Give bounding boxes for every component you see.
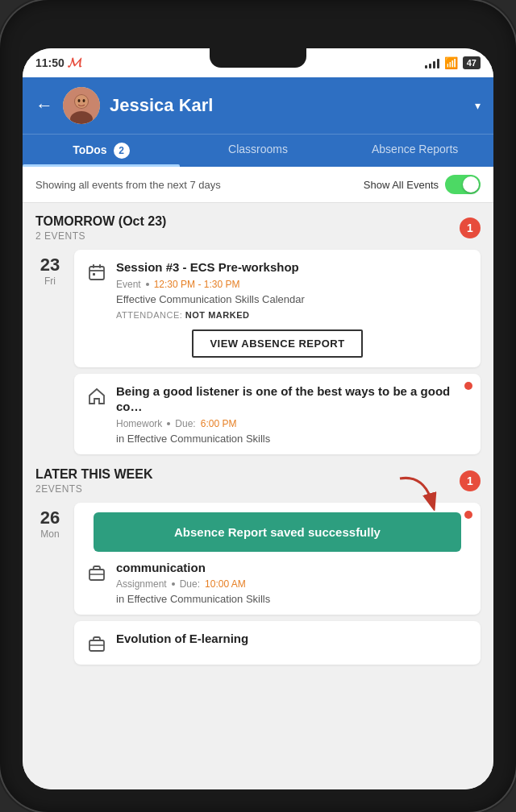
session-card-content: Session #3 - ECS Pre-workshop Event 12:3…: [116, 259, 469, 320]
elearning-content: Evolution of E-learning: [116, 631, 469, 647]
session-meta: Event 12:30 PM - 1:30 PM: [116, 279, 469, 290]
communication-red-dot: [464, 511, 472, 519]
homework-card: Being a good listener is one of the best…: [74, 374, 481, 454]
homework-title: Being a good listener is one of the best…: [116, 383, 469, 415]
todos-badge: 2: [114, 143, 130, 159]
attendance-row: ATTENDANCE: NOT MARKED: [116, 310, 469, 320]
arrow-indicator: [392, 470, 440, 511]
wifi-icon: 📶: [444, 56, 458, 69]
communication-meta: Assignment Due: 10:00 AM: [116, 578, 469, 590]
event-group-mon26: 26 Mon: [29, 499, 487, 669]
session-type: Event: [116, 279, 141, 290]
tomorrow-title: TOMORROW (Oct 23): [35, 214, 166, 229]
tab-todos[interactable]: ToDos 2: [23, 135, 180, 167]
homework-due: 6:00 PM: [201, 418, 237, 429]
homework-meta-dot: [167, 422, 170, 425]
communication-card: Absence Report saved successfully: [74, 503, 481, 615]
avatar: [63, 87, 100, 124]
date-col-26: 26 Mon: [29, 503, 71, 665]
svg-rect-9: [99, 264, 101, 268]
svg-rect-8: [93, 264, 94, 268]
homework-calendar: in Effective Communication Skills: [116, 433, 469, 445]
show-all-label: Show All Events: [364, 179, 439, 191]
date-day-fri: Fri: [44, 276, 56, 287]
communication-title: communication: [116, 560, 469, 576]
toggle-knob: [463, 176, 479, 193]
later-badge: 1: [460, 470, 481, 491]
date-number-26: 26: [40, 509, 60, 527]
svg-point-5: [83, 99, 85, 102]
communication-card-content: communication Assignment Due: 10:00 AM i…: [116, 560, 469, 606]
session-calendar: Effective Communication Skills Calendar: [116, 293, 469, 305]
phone-notch: [210, 48, 306, 68]
homework-card-content: Being a good listener is one of the best…: [116, 383, 469, 445]
show-all-row: Show All Events: [364, 175, 481, 194]
communication-type: Assignment: [116, 578, 167, 590]
back-button[interactable]: ←: [35, 95, 53, 116]
show-all-toggle[interactable]: [445, 175, 481, 194]
date-number-23: 23: [40, 256, 60, 274]
header-username: Jessica Karl: [110, 95, 465, 116]
dropdown-arrow-icon[interactable]: ▾: [475, 99, 481, 112]
calendar-icon: [85, 261, 108, 284]
elearning-briefcase-icon: [85, 632, 108, 655]
tab-absence-reports[interactable]: Absence Reports: [336, 135, 493, 167]
tab-classrooms[interactable]: Classrooms: [180, 135, 337, 167]
header: ← Jessica Karl ▾: [23, 77, 493, 134]
filter-text: Showing all events from the next 7 days: [35, 179, 221, 191]
status-time: 11:50 𝓜: [35, 56, 81, 70]
phone-screen: 11:50 𝓜 📶 47 ←: [23, 48, 493, 789]
session-card: Session #3 - ECS Pre-workshop Event 12:3…: [74, 250, 481, 367]
home-icon: [85, 385, 108, 408]
briefcase-icon: [85, 561, 108, 584]
tomorrow-subtitle: 2 EVENTS: [35, 230, 166, 242]
attendance-value: NOT MARKED: [185, 310, 250, 320]
view-absence-button[interactable]: VIEW ABSENCE REPORT: [192, 329, 362, 358]
signal-bars: [425, 57, 439, 68]
homework-red-dot: [464, 382, 472, 390]
date-col-23: 23 Fri: [29, 250, 71, 454]
cards-col-mon26: Absence Report saved successfully: [74, 503, 481, 665]
filter-bar: Showing all events from the next 7 days …: [23, 167, 493, 203]
toast-notification: Absence Report saved successfully: [94, 512, 461, 552]
content-area: Showing all events from the next 7 days …: [23, 167, 493, 789]
tabs: ToDos 2 Classrooms Absence Reports: [23, 134, 493, 167]
session-title: Session #3 - ECS Pre-workshop: [116, 259, 469, 276]
communication-calendar: in Effective Communication Skills: [116, 593, 469, 605]
communication-meta-dot: [172, 582, 175, 586]
svg-rect-6: [89, 267, 104, 280]
svg-point-4: [78, 99, 81, 102]
status-icons: 📶 47: [425, 56, 481, 69]
phone-frame: 11:50 𝓜 📶 47 ←: [0, 0, 516, 812]
event-group-fri23: 23 Fri: [29, 246, 487, 458]
later-subtitle: 2EVENTS: [35, 483, 152, 495]
session-time: 12:30 PM - 1:30 PM: [154, 279, 240, 290]
session-meta-dot: [146, 283, 149, 286]
homework-type: Homework: [116, 418, 162, 429]
elearning-card: Evolution of E-learning: [74, 621, 481, 665]
tomorrow-badge: 1: [460, 218, 481, 238]
later-title: LATER THIS WEEK: [35, 467, 152, 482]
homework-meta: Homework Due: 6:00 PM: [116, 418, 469, 429]
cards-col-fri23: Session #3 - ECS Pre-workshop Event 12:3…: [74, 250, 481, 454]
app-logo: 𝓜: [68, 56, 81, 69]
elearning-title: Evolution of E-learning: [116, 631, 469, 647]
svg-rect-10: [93, 273, 95, 276]
date-day-mon: Mon: [40, 528, 59, 540]
tomorrow-section-header: TOMORROW (Oct 23) 2 EVENTS 1: [23, 203, 493, 246]
battery-icon: 47: [463, 56, 481, 69]
communication-due: 10:00 AM: [205, 578, 246, 590]
